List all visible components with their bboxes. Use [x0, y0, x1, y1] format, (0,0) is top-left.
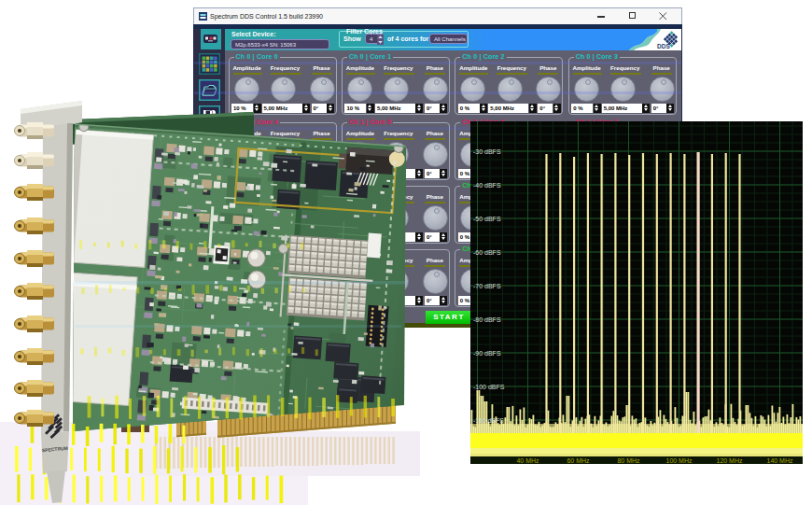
svg-text:-60 dBFS: -60 dBFS	[473, 249, 501, 256]
svg-text:100 MHz: 100 MHz	[665, 457, 693, 464]
svg-text:-90 dBFS: -90 dBFS	[473, 350, 501, 357]
svg-text:40 MHz: 40 MHz	[516, 457, 539, 464]
svg-text:-100 dBFS: -100 dBFS	[473, 384, 505, 390]
svg-text:-40 dBFS: -40 dBFS	[473, 182, 501, 189]
svg-text:-70 dBFS: -70 dBFS	[473, 283, 501, 289]
svg-text:60 MHz: 60 MHz	[567, 457, 590, 464]
svg-text:140 MHz: 140 MHz	[766, 457, 793, 464]
svg-text:-30 dBFS: -30 dBFS	[473, 148, 501, 155]
svg-text:-80 dBFS: -80 dBFS	[473, 316, 501, 323]
svg-text:80 MHz: 80 MHz	[617, 457, 640, 464]
svg-text:120 MHz: 120 MHz	[716, 457, 743, 464]
svg-text:-110 dBFS: -110 dBFS	[473, 417, 504, 424]
svg-text:-50 dBFS: -50 dBFS	[473, 216, 501, 222]
